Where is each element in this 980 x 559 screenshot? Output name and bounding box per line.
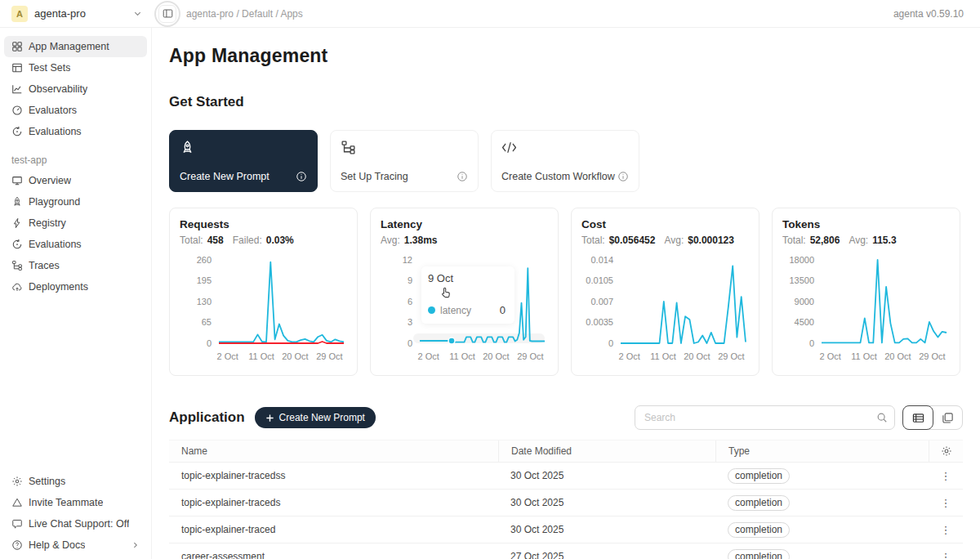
series-dot xyxy=(428,306,435,314)
table-view-button[interactable] xyxy=(902,405,933,430)
stat-label: Avg: xyxy=(664,235,684,246)
svg-text:20 Oct: 20 Oct xyxy=(282,351,308,361)
date-modified: 30 Oct 2025 xyxy=(498,470,715,481)
sidebar-item-label: Test Sets xyxy=(29,62,70,74)
svg-text:0: 0 xyxy=(207,338,212,348)
hand-cursor-icon xyxy=(439,286,452,299)
table-header: Name Date Modified Type xyxy=(169,440,963,463)
stat-label: Failed: xyxy=(233,235,262,246)
version-label: agenta v0.59.10 xyxy=(893,8,980,20)
svg-text:0: 0 xyxy=(408,338,412,348)
search-icon[interactable] xyxy=(876,412,888,423)
app-name[interactable]: topic-explainer-traceds xyxy=(169,497,498,508)
search-input[interactable] xyxy=(635,405,895,430)
svg-text:3: 3 xyxy=(408,317,412,327)
plus-icon xyxy=(265,414,274,423)
type-badge: completion xyxy=(728,495,790,511)
help-icon xyxy=(11,539,23,551)
column-settings xyxy=(929,440,963,462)
sidebar-item-overview[interactable]: Overview xyxy=(4,170,147,191)
sidebar-item-help-docs[interactable]: Help & Docs xyxy=(4,534,147,556)
sidebar-collapse-button[interactable] xyxy=(158,5,176,23)
chevron-right-icon xyxy=(131,541,140,549)
chevron-down-icon xyxy=(133,9,142,18)
set-up-tracing-card[interactable]: Set Up Tracing xyxy=(330,130,479,192)
kebab-menu-icon[interactable]: ⋮ xyxy=(936,467,956,485)
sidebar-item-label: Deployments xyxy=(29,281,88,293)
sidebar: App Management Test Sets Observability xyxy=(0,28,152,559)
svg-text:2 Oct: 2 Oct xyxy=(418,351,439,361)
sidebar-item-evaluators[interactable]: Evaluators xyxy=(4,100,147,121)
sidebar-item-label: Evaluations xyxy=(29,239,82,250)
svg-text:0.0105: 0.0105 xyxy=(586,275,613,285)
card-title: Requests xyxy=(180,218,347,230)
sidebar-item-playground[interactable]: Playground xyxy=(4,191,147,212)
app-name[interactable]: career-assessment xyxy=(169,551,498,559)
cost-card: Cost Total: $0.056452 Avg: $0.000123 00.… xyxy=(571,208,760,376)
date-modified: 27 Oct 2025 xyxy=(498,551,715,559)
sidebar-item-evaluations[interactable]: Evaluations xyxy=(4,121,147,142)
sidebar-item-evaluations[interactable]: Evaluations xyxy=(4,234,147,255)
svg-text:0.007: 0.007 xyxy=(590,297,613,306)
stat-value: $0.056452 xyxy=(609,235,656,246)
info-icon[interactable] xyxy=(457,171,468,182)
svg-text:29 Oct: 29 Oct xyxy=(517,351,543,361)
sidebar-item-traces[interactable]: Traces xyxy=(4,255,147,276)
kebab-menu-icon[interactable]: ⋮ xyxy=(936,521,956,539)
sidebar-item-live-chat-support-off[interactable]: Live Chat Support: Off xyxy=(4,513,147,534)
sidebar-bottom-nav: Settings Invite Teammate Live Chat Suppo… xyxy=(4,471,147,556)
panel-left-icon xyxy=(163,8,173,19)
card-view-button[interactable] xyxy=(933,406,962,429)
app-name[interactable]: topic-explainer-traced xyxy=(169,524,498,535)
sidebar-item-test-sets[interactable]: Test Sets xyxy=(4,57,147,78)
sidebar-item-deployments[interactable]: Deployments xyxy=(4,276,147,297)
kebab-menu-icon[interactable]: ⋮ xyxy=(936,494,956,512)
sidebar-item-app-management[interactable]: App Management xyxy=(4,36,147,57)
stat-value: $0.000123 xyxy=(688,235,734,246)
sidebar-main-nav: App Management Test Sets Observability xyxy=(4,36,147,142)
workspace-switcher[interactable]: A agenta-pro xyxy=(0,6,152,22)
sidebar-item-label: Registry xyxy=(29,217,66,229)
applications-table: Name Date Modified Type topic-explainer-… xyxy=(169,440,963,559)
workspace-name: agenta-pro xyxy=(34,7,127,20)
tokens-chart[interactable]: 04500900013500180002 Oct11 Oct20 Oct29 O… xyxy=(782,253,951,363)
info-icon[interactable] xyxy=(617,171,629,182)
table-row[interactable]: topic-explainer-traceds 30 Oct 2025 comp… xyxy=(169,490,963,517)
sidebar-item-registry[interactable]: Registry xyxy=(4,212,147,234)
cost-chart[interactable]: 00.00350.0070.01050.0142 Oct11 Oct20 Oct… xyxy=(581,253,751,363)
stat-value: 52,806 xyxy=(810,235,840,246)
info-icon[interactable] xyxy=(296,171,307,182)
card-title: Tokens xyxy=(782,218,950,230)
tooltip-value: 0 xyxy=(500,304,508,316)
sidebar-item-label: Playground xyxy=(29,196,80,208)
svg-text:0.0035: 0.0035 xyxy=(586,317,613,327)
latency-card: Latency Avg: 1.38ms 0369122 Oct11 Oct20 … xyxy=(370,208,559,376)
monitor-icon xyxy=(11,175,23,186)
svg-text:2 Oct: 2 Oct xyxy=(619,351,640,361)
svg-text:2 Oct: 2 Oct xyxy=(820,351,841,361)
sidebar-item-observability[interactable]: Observability xyxy=(4,78,147,100)
app-name[interactable]: topic-explainer-tracedss xyxy=(169,470,498,481)
kebab-menu-icon[interactable]: ⋮ xyxy=(936,548,956,559)
svg-text:195: 195 xyxy=(197,275,212,285)
card-label: Create Custom Workflow xyxy=(501,171,615,182)
create-new-prompt-card[interactable]: Create New Prompt xyxy=(169,130,318,192)
create-new-prompt-button[interactable]: Create New Prompt xyxy=(255,407,376,428)
chat-icon xyxy=(11,518,23,530)
date-modified: 30 Oct 2025 xyxy=(498,524,715,535)
breadcrumb[interactable]: agenta-pro / Default / Apps xyxy=(186,8,303,20)
requests-chart[interactable]: 0651301952602 Oct11 Oct20 Oct29 Oct xyxy=(180,253,349,363)
tree-icon xyxy=(341,140,356,155)
gear-icon[interactable] xyxy=(941,445,952,457)
svg-text:29 Oct: 29 Oct xyxy=(718,351,744,361)
sidebar-item-invite-teammate[interactable]: Invite Teammate xyxy=(4,492,147,513)
table-row[interactable]: career-assessment 27 Oct 2025 completion… xyxy=(169,543,963,559)
create-custom-workflow-card[interactable]: Create Custom Workflow xyxy=(491,130,639,192)
table-row[interactable]: topic-explainer-traced 30 Oct 2025 compl… xyxy=(169,517,963,543)
svg-text:65: 65 xyxy=(202,317,212,327)
sidebar-item-settings[interactable]: Settings xyxy=(4,471,147,492)
get-started-cards: Create New Prompt Set Up Tracing Create … xyxy=(169,130,963,192)
table-view-icon xyxy=(912,412,924,424)
sidebar-app-nav: Overview Playground Registry xyxy=(4,170,147,297)
table-row[interactable]: topic-explainer-tracedss 30 Oct 2025 com… xyxy=(169,463,963,490)
